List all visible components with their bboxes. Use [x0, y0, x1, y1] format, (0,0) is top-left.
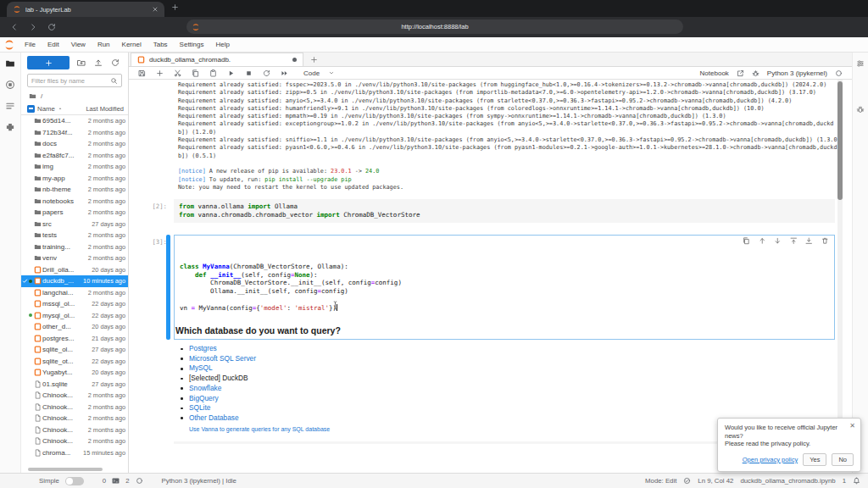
kernel-status-text[interactable]: Python 3 (ipykernel) | Idle	[162, 477, 236, 485]
privacy-policy-link[interactable]: Open privacy policy	[743, 456, 798, 464]
new-document-icon[interactable]	[310, 53, 318, 66]
menu-help[interactable]: Help	[210, 41, 236, 48]
file-row[interactable]: Chinook...2 months ago	[21, 424, 128, 436]
file-row[interactable]: Chinook...2 months ago	[21, 402, 128, 413]
menu-run[interactable]: Run	[92, 41, 116, 48]
name-column-header[interactable]: Name	[37, 105, 55, 113]
file-browser-tab-icon[interactable]	[5, 58, 15, 69]
copy-icon[interactable]	[192, 69, 199, 77]
running-sessions-tab-icon[interactable]	[5, 80, 15, 90]
file-row[interactable]: nb-theme2 months ago	[21, 184, 128, 196]
breadcrumb[interactable]: /	[21, 90, 128, 103]
file-row[interactable]: postgres...21 days ago	[21, 333, 128, 345]
menu-tabs[interactable]: Tabs	[147, 41, 174, 48]
menu-settings[interactable]: Settings	[174, 41, 210, 48]
simple-mode-toggle[interactable]	[65, 477, 84, 485]
debugger-sidebar-icon[interactable]	[856, 105, 865, 114]
file-row[interactable]: sqlite_ol...27 days ago	[21, 344, 128, 356]
code-cell-3-active[interactable]: class MyVanna(ChromaDB_VectorStore, Olla…	[174, 235, 835, 340]
insert-below-icon[interactable]	[805, 237, 813, 245]
run-all-icon[interactable]	[281, 69, 288, 77]
filter-files-input[interactable]	[31, 77, 104, 85]
file-row[interactable]: chroma...15 minutes ago	[21, 447, 128, 459]
cut-icon[interactable]	[174, 69, 181, 77]
paste-icon[interactable]	[209, 69, 217, 77]
debugger-icon[interactable]	[752, 69, 760, 77]
file-row[interactable]: Chinook...2 months ago	[21, 413, 128, 424]
menu-edit[interactable]: Edit	[42, 41, 65, 48]
trash-icon[interactable]	[821, 237, 829, 245]
active-cell-collapser[interactable]	[166, 235, 170, 340]
url-bar[interactable]: http://localhost:8888/lab	[186, 19, 683, 34]
save-icon[interactable]	[138, 69, 146, 77]
file-row[interactable]: Yugabyt...20 days ago	[21, 367, 128, 379]
reload-icon[interactable]	[47, 23, 56, 31]
file-row[interactable]: docs2 months ago	[21, 138, 128, 150]
file-row[interactable]: mssql_ol...22 days ago	[21, 298, 128, 310]
file-row[interactable]: 695d14...2 months ago	[21, 115, 128, 127]
select-all-checkbox[interactable]	[27, 105, 35, 113]
refresh-icon[interactable]	[111, 58, 120, 67]
database-link[interactable]: Postgres	[180, 344, 256, 354]
property-inspector-icon[interactable]	[856, 59, 865, 68]
code-cell-2[interactable]: from vanna.ollama import Ollamafrom vann…	[174, 199, 835, 223]
menu-kernel[interactable]: Kernel	[116, 41, 147, 48]
terminal-icon[interactable]	[112, 477, 120, 485]
browser-tab[interactable]: lab - JupyterLab	[7, 2, 164, 17]
database-link[interactable]: BigQuery	[180, 394, 256, 404]
external-link-icon[interactable]	[737, 69, 744, 77]
file-row[interactable]: notebooks2 months ago	[21, 196, 128, 208]
notebook-tab[interactable]: duckdb_ollama_chromadb.	[131, 53, 303, 66]
run-icon[interactable]	[227, 69, 235, 77]
file-row[interactable]: venv2 months ago	[21, 252, 128, 264]
database-link[interactable]: SQLite	[180, 403, 256, 413]
file-row[interactable]: training...2 months ago	[21, 241, 128, 253]
file-row[interactable]: Drill_olla...20 days ago	[21, 264, 128, 276]
database-link[interactable]: MySQL	[180, 363, 256, 374]
database-link[interactable]: Snowflake	[180, 384, 256, 394]
bell-icon[interactable]	[853, 477, 860, 485]
new-launcher-button[interactable]	[27, 56, 70, 69]
arrow-up-icon[interactable]	[759, 237, 766, 245]
file-row[interactable]: 712b34f...2 months ago	[21, 127, 128, 139]
tab-close-icon[interactable]	[152, 6, 159, 13]
duplicate-icon[interactable]	[743, 237, 750, 245]
file-row[interactable]: e2fa8fc7...2 months ago	[21, 150, 128, 162]
file-row[interactable]: sqlite_ot...22 days ago	[21, 356, 128, 368]
file-row[interactable]: Chinook...2 months ago	[21, 435, 128, 447]
cell-type-dropdown[interactable]: Code	[303, 69, 335, 77]
notebook-scrollbar-thumb[interactable]	[837, 81, 843, 200]
file-row[interactable]: img2 months ago	[21, 161, 128, 173]
file-row[interactable]: my-app2 months ago	[21, 173, 128, 185]
new-tab-icon[interactable]	[171, 3, 179, 11]
kernel-name[interactable]: Python 3 (ipykernel)	[767, 69, 827, 77]
modified-column-header[interactable]: Last Modified	[86, 105, 124, 113]
insert-above-icon[interactable]	[790, 237, 798, 245]
back-icon[interactable]	[10, 23, 19, 31]
stop-icon[interactable]	[245, 69, 253, 77]
upload-icon[interactable]	[94, 58, 103, 67]
file-row[interactable]: papers2 months ago	[21, 207, 128, 219]
file-row[interactable]: other_d...20 days ago	[21, 321, 128, 333]
restart-icon[interactable]	[263, 69, 270, 77]
menu-file[interactable]: File	[19, 41, 42, 48]
database-link[interactable]: Microsoft SQL Server	[180, 354, 256, 364]
plus-icon[interactable]	[156, 69, 164, 77]
file-row[interactable]: mysql_ol...22 days ago	[21, 310, 128, 322]
new-folder-icon[interactable]	[77, 58, 86, 67]
yes-button[interactable]: Yes	[803, 453, 826, 467]
file-browser-hscrollbar[interactable]	[28, 468, 103, 471]
notification-close-icon[interactable]: ✕	[849, 422, 855, 430]
no-button[interactable]: No	[832, 453, 854, 467]
file-row[interactable]: duckdb_...10 minutes ago	[21, 275, 128, 287]
notification-count[interactable]: 1	[843, 477, 846, 485]
file-row[interactable]: Chinook...2 months ago	[21, 390, 128, 402]
file-row[interactable]: src27 days ago	[21, 219, 128, 230]
database-link[interactable]: Other Database	[180, 413, 256, 424]
file-row[interactable]: langchai...2 months ago	[21, 287, 128, 299]
markdown-note-link[interactable]: Use Vanna to generate queries for any SQ…	[189, 426, 330, 432]
table-of-contents-tab-icon[interactable]	[5, 101, 15, 111]
forward-icon[interactable]	[29, 23, 37, 31]
kernel-sessions-icon[interactable]	[136, 477, 143, 485]
menu-view[interactable]: View	[65, 41, 92, 48]
